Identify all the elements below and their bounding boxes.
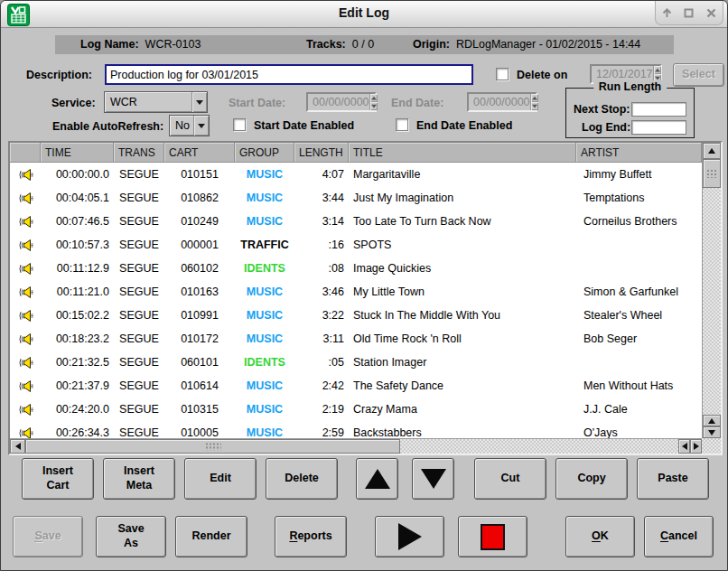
log-row[interactable]: 00:15:02.2 SEGUE 010991 MUSIC 3:22 Stuck… (10, 304, 702, 327)
start-date-enabled-label: Start Date Enabled (254, 119, 354, 132)
insert-cart-button[interactable]: Insert Cart (22, 458, 94, 500)
log-row[interactable]: 00:26:34.3 SEGUE 010005 MUSIC 2:59 Backs… (10, 421, 702, 438)
log-row[interactable]: 00:24:20.0 SEGUE 010315 MUSIC 2:19 Crazy… (10, 398, 702, 421)
vertical-scroll-thumb[interactable] (703, 159, 721, 188)
move-down-button[interactable] (412, 458, 454, 500)
description-input[interactable] (105, 64, 473, 85)
cell-trans: SEGUE (114, 210, 164, 233)
service-dropdown[interactable]: WCR (104, 91, 208, 113)
speaker-icon (10, 163, 41, 186)
ok-button-label: OK (592, 529, 609, 544)
cut-button[interactable]: Cut (474, 458, 546, 500)
save-button-label: Save (34, 529, 61, 544)
spinner-up-icon[interactable] (654, 66, 661, 74)
horizontal-scroll-thumb[interactable] (25, 439, 400, 454)
scroll-right-icon[interactable] (690, 439, 702, 454)
cancel-button[interactable]: Cancel (644, 516, 714, 557)
horizontal-scrollbar[interactable] (10, 438, 702, 454)
edit-button[interactable]: Edit (184, 458, 257, 500)
header-group[interactable]: GROUP (235, 143, 294, 163)
cancel-button-label: Cancel (660, 529, 697, 544)
header-trans[interactable]: TRANS (114, 143, 164, 163)
start-date-enabled-checkbox[interactable] (233, 118, 246, 131)
cell-time: 00:18:23.2 (41, 327, 114, 351)
spinner-down-icon[interactable] (531, 102, 538, 110)
vertical-scroll-track[interactable] (703, 188, 721, 415)
log-row[interactable]: 00:11:21.0 SEGUE 010163 MUSIC 3:46 My Li… (10, 280, 702, 304)
insert-meta-button[interactable]: Insert Meta (103, 458, 175, 500)
save-as-button[interactable]: Save As (96, 516, 166, 557)
cell-trans: SEGUE (114, 304, 164, 327)
titlebar[interactable]: Edit Log (1, 1, 727, 28)
move-up-button[interactable] (356, 458, 398, 500)
scroll-left-icon[interactable] (10, 439, 25, 454)
log-row[interactable]: 00:07:46.5 SEGUE 010249 MUSIC 3:14 Too L… (10, 210, 702, 233)
save-button[interactable]: Save (13, 516, 83, 557)
reports-button[interactable]: Reports (275, 516, 347, 557)
copy-button[interactable]: Copy (555, 458, 628, 500)
speaker-icon (10, 351, 41, 374)
stop-button[interactable] (458, 516, 527, 557)
log-row[interactable]: 00:18:23.2 SEGUE 010172 MUSIC 3:11 Old T… (10, 327, 702, 351)
scroll-down-icon[interactable] (703, 426, 721, 438)
scroll-up-icon[interactable] (703, 415, 721, 426)
delete-on-checkbox[interactable] (496, 68, 509, 80)
speaker-icon (10, 186, 41, 210)
cell-artist: Simon & Garfunkel (576, 280, 702, 304)
select-button[interactable]: Select (673, 63, 724, 87)
log-row[interactable]: 00:10:57.3 SEGUE 000001 TRAFFIC :16 SPOT… (10, 233, 702, 257)
cell-length: :16 (294, 233, 349, 257)
cell-trans: SEGUE (114, 374, 164, 398)
cell-group: IDENTS (235, 351, 294, 374)
log-row[interactable]: 00:00:00.0 SEGUE 010151 MUSIC 4:07 Marga… (10, 163, 702, 186)
shade-icon[interactable] (658, 5, 675, 21)
log-row[interactable]: 00:21:32.5 SEGUE 060101 IDENTS :05 Stati… (10, 351, 702, 374)
vertical-scrollbar[interactable] (702, 143, 721, 438)
maximize-icon[interactable] (681, 5, 697, 21)
horizontal-scroll-track[interactable] (400, 439, 678, 454)
cell-length: 3:22 (294, 304, 349, 327)
save-as-line2: As (124, 537, 138, 551)
cell-group: MUSIC (235, 280, 294, 304)
scroll-up-icon[interactable] (703, 143, 721, 159)
header-time[interactable]: TIME (41, 143, 114, 163)
service-value: WCR (105, 96, 191, 108)
end-date-enabled-checkbox[interactable] (396, 118, 408, 131)
cell-artist: J.J. Cale (576, 398, 702, 421)
log-info-strip: Log Name:WCR-0103 Tracks:0 / 0 Origin:RD… (55, 35, 674, 54)
tracks-group: Tracks:0 / 0 (306, 38, 374, 51)
spinner-up-icon[interactable] (370, 94, 378, 102)
header-length[interactable]: LENGTH (294, 143, 349, 163)
cell-cart: 010862 (164, 186, 235, 210)
cell-artist: Men Without Hats (576, 374, 702, 398)
autorefresh-value: No (170, 119, 193, 132)
end-date-spinner[interactable]: 00/00/0000 (467, 92, 537, 112)
scroll-left-icon[interactable] (678, 439, 690, 454)
start-date-label: Start Date: (229, 97, 285, 109)
ok-button[interactable]: OK (565, 516, 635, 557)
start-date-spinner[interactable]: 00/00/0000 (306, 92, 377, 112)
spinner-up-icon[interactable] (531, 94, 538, 102)
window-title: Edit Log (1, 5, 727, 20)
cell-time: 00:10:57.3 (41, 233, 114, 257)
log-row[interactable]: 00:04:05.1 SEGUE 010862 MUSIC 3:44 Just … (10, 186, 702, 210)
cell-length: 3:44 (294, 186, 349, 210)
header-artist[interactable]: ARTIST (576, 143, 702, 163)
header-cart[interactable]: CART (164, 143, 235, 163)
log-row[interactable]: 00:21:37.9 SEGUE 010614 MUSIC 2:42 The S… (10, 374, 702, 398)
render-button[interactable]: Render (175, 516, 247, 557)
header-icon-column[interactable] (10, 143, 41, 163)
header-title[interactable]: TITLE (349, 143, 576, 163)
insert-cart-line1: Insert (42, 464, 73, 479)
play-button[interactable] (375, 516, 444, 557)
paste-button[interactable]: Paste (637, 458, 709, 500)
autorefresh-dropdown[interactable]: No (169, 115, 210, 136)
log-row[interactable]: 00:11:12.9 SEGUE 060102 IDENTS :08 Image… (10, 257, 702, 280)
cell-group: MUSIC (235, 374, 294, 398)
log-table-main: TIME TRANS CART GROUP LENGTH TITLE ARTIS… (10, 143, 702, 438)
close-icon[interactable] (704, 5, 720, 21)
move-up-icon (365, 469, 390, 489)
delete-button[interactable]: Delete (266, 458, 338, 500)
select-button-label: Select (682, 68, 715, 82)
spinner-down-icon[interactable] (370, 102, 378, 110)
